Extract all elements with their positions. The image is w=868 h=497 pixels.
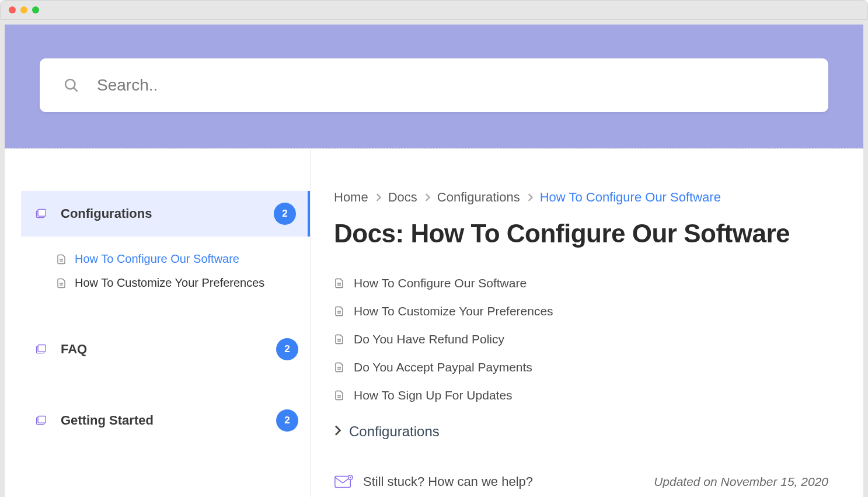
sidebar-subitem-label: How To Customize Your Preferences (75, 276, 264, 290)
article-label: How To Sign Up For Updates (354, 388, 513, 402)
chevron-right-icon (375, 190, 381, 205)
sidebar-category-count: 2 (276, 409, 298, 432)
chevron-right-icon (334, 425, 341, 438)
document-icon (334, 362, 344, 373)
document-icon (334, 334, 344, 345)
spacer (21, 372, 310, 398)
breadcrumb-item-current: How To Configure Our Software (540, 190, 721, 205)
search-bar[interactable] (40, 58, 828, 112)
chevron-right-icon (424, 190, 430, 205)
article-list: How To Configure Our Software How To Cus… (334, 269, 828, 409)
svg-rect-11 (38, 416, 46, 423)
article-link[interactable]: How To Sign Up For Updates (334, 381, 828, 409)
sidebar-category-getting-started[interactable]: Getting Started 2 (21, 398, 310, 443)
page-wrap: Configurations 2 How To Configure Our So… (0, 20, 868, 497)
svg-point-0 (65, 79, 75, 89)
sidebar-category-configurations[interactable]: Configurations 2 (21, 191, 310, 237)
document-icon (334, 390, 344, 401)
main-content: Home Docs Configurations How To Configur… (311, 149, 863, 497)
svg-line-1 (74, 88, 78, 92)
document-icon (334, 306, 344, 317)
article-label: Do You Accept Paypal Payments (354, 360, 532, 374)
updated-date: Updated on November 15, 2020 (654, 475, 828, 489)
sidebar-category-count: 2 (274, 203, 296, 225)
window-close-button[interactable] (9, 6, 16, 13)
article-label: Do You Have Refund Policy (354, 332, 504, 346)
article-link[interactable]: Do You Accept Paypal Payments (334, 353, 828, 381)
svg-rect-9 (38, 345, 46, 352)
document-icon (334, 278, 344, 289)
article-label: How To Configure Our Software (354, 276, 527, 290)
window-maximize-button[interactable] (32, 6, 39, 13)
article-label: How To Customize Your Preferences (354, 304, 553, 318)
window-minimize-button[interactable] (20, 6, 27, 13)
sidebar-category-faq[interactable]: FAQ 2 (21, 326, 310, 372)
chevron-right-icon (527, 190, 533, 205)
article-link[interactable]: How To Customize Your Preferences (334, 297, 828, 325)
breadcrumb-item-configurations[interactable]: Configurations (437, 190, 520, 205)
sidebar-subitem-configure-software[interactable]: How To Configure Our Software (56, 247, 298, 271)
sidebar-sublist: How To Configure Our Software How To Cus… (21, 237, 310, 301)
help-text: Still stuck? How can we help? (363, 474, 533, 489)
content-area: Configurations 2 How To Configure Our So… (5, 148, 863, 497)
breadcrumb-item-docs[interactable]: Docs (388, 190, 417, 205)
article-link[interactable]: How To Configure Our Software (334, 269, 828, 297)
help-link[interactable]: Still stuck? How can we help? (334, 474, 533, 490)
sidebar-category-label: FAQ (61, 342, 276, 357)
category-link-configurations[interactable]: Configurations (334, 423, 828, 440)
breadcrumb: Home Docs Configurations How To Configur… (334, 190, 828, 205)
category-link-label: Configurations (349, 423, 440, 440)
hero-banner (5, 25, 863, 148)
sidebar: Configurations 2 How To Configure Our So… (5, 149, 311, 497)
sidebar-subitem-label: How To Configure Our Software (75, 252, 239, 266)
search-icon (63, 77, 79, 93)
mail-icon (334, 474, 354, 490)
folder-icon (35, 208, 47, 220)
folder-icon (35, 415, 47, 426)
search-input[interactable] (97, 76, 805, 95)
article-link[interactable]: Do You Have Refund Policy (334, 325, 828, 353)
footer-row: Still stuck? How can we help? Updated on… (334, 474, 828, 490)
document-icon (56, 254, 67, 265)
spacer (21, 301, 310, 326)
document-icon (56, 278, 67, 289)
window-chrome (0, 0, 868, 20)
sidebar-subitem-customize-preferences[interactable]: How To Customize Your Preferences (56, 271, 298, 295)
breadcrumb-item-home[interactable]: Home (334, 190, 368, 205)
sidebar-category-label: Configurations (61, 206, 274, 221)
sidebar-category-label: Getting Started (61, 413, 276, 428)
page-title: Docs: How To Configure Our Software (334, 219, 828, 248)
svg-rect-3 (38, 210, 46, 217)
sidebar-category-count: 2 (276, 338, 298, 360)
folder-icon (35, 343, 47, 355)
